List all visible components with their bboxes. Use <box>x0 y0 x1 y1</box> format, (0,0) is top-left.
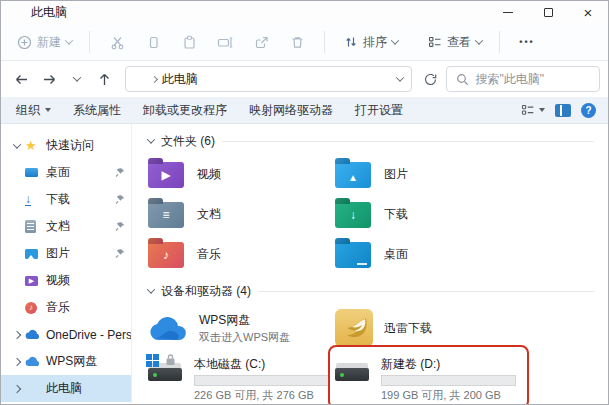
help-button[interactable]: ? <box>581 103 596 118</box>
share-button[interactable] <box>243 28 279 56</box>
tile-label: 图片 <box>384 166 408 183</box>
computer-icon <box>10 7 24 18</box>
new-button[interactable]: 新建 <box>9 28 80 56</box>
sidebar-item-label: 快速访问 <box>46 137 131 154</box>
trash-icon <box>290 35 305 50</box>
documents-folder-icon: ≡ <box>148 202 184 228</box>
uninstall-program-button[interactable]: 卸载或更改程序 <box>132 97 238 123</box>
preview-pane-button[interactable] <box>555 104 571 117</box>
video-icon: ▶ <box>25 276 38 286</box>
address-bar[interactable]: 此电脑 <box>125 66 412 92</box>
drive-name: 本地磁盘 (C:) <box>194 356 329 373</box>
breadcrumb[interactable]: 此电脑 <box>162 71 198 88</box>
devices-grid: WPS网盘 双击进入WPS网盘 迅雷下载 <box>148 304 608 402</box>
sidebar-item-onedrive[interactable]: OneDrive - Persona <box>1 321 131 348</box>
divider <box>499 31 500 53</box>
copy-button[interactable] <box>135 28 171 56</box>
desktop-icon <box>25 168 38 177</box>
organize-menu[interactable]: 组织 <box>5 97 62 123</box>
drive-tile-xunlei[interactable]: 迅雷下载 <box>335 304 522 352</box>
folder-tile-videos[interactable]: ▶ 视频 <box>148 154 335 194</box>
rename-button[interactable] <box>207 28 243 56</box>
cloud-icon <box>25 356 41 367</box>
sidebar-item-wps-cloud[interactable]: WPS网盘 <box>1 348 131 375</box>
maximize-button[interactable] <box>528 1 568 24</box>
map-network-drive-button[interactable]: 映射网络驱动器 <box>238 97 344 123</box>
devices-section-header[interactable]: 设备和驱动器 (4) <box>148 280 608 302</box>
c-drive-icon <box>148 356 184 386</box>
back-arrow-icon <box>14 73 29 86</box>
sort-button-label: 排序 <box>363 34 387 51</box>
up-button[interactable] <box>92 66 118 92</box>
recent-locations-button[interactable] <box>64 66 90 92</box>
sidebar-item-label: 文档 <box>46 218 113 235</box>
chevron-down-icon <box>73 73 81 81</box>
sidebar-item-label: WPS网盘 <box>46 353 131 370</box>
minimize-button[interactable] <box>488 1 528 24</box>
question-mark-icon: ? <box>585 105 591 116</box>
sort-button[interactable]: 排序 <box>336 28 406 56</box>
titlebar: 此电脑 × <box>1 1 608 24</box>
sidebar-item-label: 图片 <box>46 245 113 262</box>
capacity-bar <box>194 375 329 386</box>
up-arrow-icon <box>98 72 111 87</box>
folder-tile-music[interactable]: ♪ 音乐 <box>148 234 335 274</box>
sidebar-item-label: 桌面 <box>46 164 113 181</box>
folder-tile-pictures[interactable]: ▲ 图片 <box>335 154 522 194</box>
back-button[interactable] <box>9 66 35 92</box>
commandbar-right-group: ? <box>521 103 604 118</box>
main-area: ★ 快速访问 桌面 ↓ 下载 文档 <box>1 124 608 404</box>
forward-button[interactable] <box>37 66 63 92</box>
chevron-right-icon <box>12 357 20 365</box>
delete-button[interactable] <box>279 28 315 56</box>
sidebar-item-documents[interactable]: 文档 <box>1 213 131 240</box>
sidebar-item-this-pc[interactable]: 此电脑 <box>1 375 131 402</box>
drive-tile-d-highlighted[interactable]: 新建卷 (D:) 199 GB 可用, 共 200 GB <box>335 352 522 402</box>
tile-label: 视频 <box>197 166 221 183</box>
refresh-icon <box>423 72 438 87</box>
tile-label: 下载 <box>384 206 408 223</box>
sidebar-item-desktop[interactable]: 桌面 <box>1 159 131 186</box>
folder-tile-downloads[interactable]: ↓ 下载 <box>335 194 522 234</box>
folder-tile-documents[interactable]: ≡ 文档 <box>148 194 335 234</box>
refresh-button[interactable] <box>418 66 444 92</box>
view-button-label: 查看 <box>447 34 471 51</box>
close-button[interactable]: × <box>568 1 608 24</box>
drive-tile-wps-cloud[interactable]: WPS网盘 双击进入WPS网盘 <box>148 304 335 352</box>
folders-section-header[interactable]: 文件夹 (6) <box>148 130 608 152</box>
view-button[interactable]: 查看 <box>420 28 490 56</box>
pictures-icon <box>25 249 38 259</box>
sidebar-item-pictures[interactable]: 图片 <box>1 240 131 267</box>
wps-cloud-icon <box>148 314 188 342</box>
paste-button[interactable] <box>171 28 207 56</box>
sidebar-item-videos[interactable]: ▶ 视频 <box>1 267 131 294</box>
chevron-down-icon <box>147 285 155 293</box>
open-settings-label: 打开设置 <box>355 102 403 119</box>
chevron-right-icon <box>151 75 158 82</box>
cloud-icon <box>25 329 41 340</box>
forward-arrow-icon <box>42 73 57 86</box>
system-properties-button[interactable]: 系统属性 <box>62 97 132 123</box>
drive-tile-c[interactable]: 本地磁盘 (C:) 226 GB 可用, 共 276 GB <box>148 352 335 402</box>
more-button[interactable]: ••• <box>509 28 545 56</box>
pictures-folder-icon: ▲ <box>335 162 371 188</box>
sidebar-item-music[interactable]: ♪ 音乐 <box>1 294 131 321</box>
pin-icon <box>113 248 127 259</box>
chevron-down-icon[interactable] <box>396 73 404 81</box>
pin-icon <box>113 194 127 205</box>
map-drive-label: 映射网络驱动器 <box>249 102 333 119</box>
open-settings-button[interactable]: 打开设置 <box>344 97 414 123</box>
more-dots-icon: ••• <box>519 37 534 47</box>
sidebar-item-quick-access[interactable]: ★ 快速访问 <box>1 132 131 159</box>
explorer-window: 此电脑 × 新建 <box>0 0 609 405</box>
chevron-right-icon <box>12 384 20 392</box>
sidebar-item-downloads[interactable]: ↓ 下载 <box>1 186 131 213</box>
layout-button[interactable] <box>521 103 545 117</box>
folder-tile-desktop[interactable]: 桌面 <box>335 234 522 274</box>
search-box[interactable]: 搜索"此电脑" <box>446 66 600 92</box>
cut-button[interactable] <box>99 28 135 56</box>
tile-label: 桌面 <box>384 246 408 263</box>
search-icon <box>456 73 469 86</box>
xunlei-icon <box>335 309 373 347</box>
computer-icon <box>134 74 147 84</box>
